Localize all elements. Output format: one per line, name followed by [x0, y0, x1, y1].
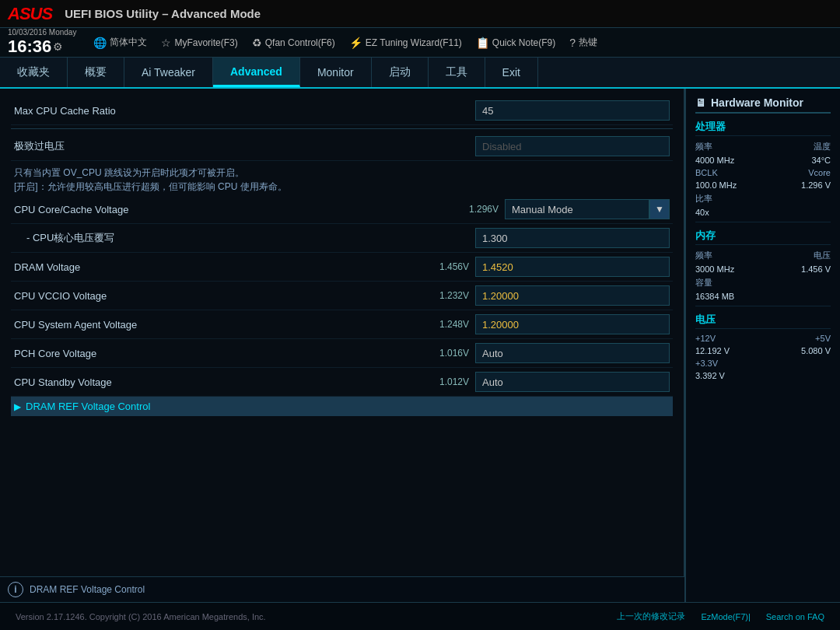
ratio-label: 比率 [695, 193, 712, 205]
v5-value: 5.080 V [801, 346, 831, 355]
lightning-icon: ⚡ [349, 37, 362, 49]
cpu-standby-voltage-row[interactable]: CPU Standby Voltage 1.012V [11, 368, 673, 397]
tab-boot[interactable]: 启动 [372, 58, 429, 87]
language-icon: 🌐 [93, 37, 107, 49]
v33-header: +3.3V [695, 359, 831, 368]
cpu-system-agent-voltage-label: CPU System Agent Voltage [14, 319, 430, 331]
tab-monitor[interactable]: Monitor [300, 58, 372, 87]
myfavorite-button[interactable]: ☆ MyFavorite(F3) [161, 37, 237, 49]
extreme-voltage-row[interactable]: 极致过电压 [11, 132, 673, 161]
hotkeys-button[interactable]: ? 热键 [569, 36, 597, 49]
v12-label: +12V [695, 334, 716, 343]
hw-divider-1 [695, 222, 831, 222]
cpu-core-voltage-override-row[interactable]: - CPU核心电压覆写 [11, 224, 673, 253]
language-selector[interactable]: 🌐 简体中文 [93, 36, 147, 49]
tab-advanced[interactable]: Advanced [213, 58, 300, 87]
extreme-voltage-label: 极致过电压 [14, 139, 475, 153]
hardware-monitor-title: 🖥 Hardware Monitor [695, 96, 831, 114]
expand-arrow-icon: ▶ [14, 401, 21, 412]
cpu-core-voltage-override-input[interactable] [475, 228, 670, 248]
tab-overview[interactable]: 概要 [68, 58, 124, 87]
cpu-core-voltage-override-label: - CPU核心电压覆写 [26, 231, 430, 245]
cpu-core-voltage-dropdown-input[interactable] [505, 199, 649, 219]
tab-exit[interactable]: Exit [485, 58, 538, 87]
mem-voltage-value: 1.456 V [801, 264, 831, 274]
cpu-vccio-voltage-row[interactable]: CPU VCCIO Voltage 1.232V [11, 282, 673, 310]
cpu-vccio-voltage-input[interactable] [475, 285, 670, 306]
last-change-link[interactable]: 上一次的修改记录 [617, 611, 685, 622]
footer: Version 2.17.1246. Copyright (C) 2016 Am… [0, 602, 840, 630]
note-icon: 📋 [476, 37, 489, 49]
cpu-standby-voltage-input[interactable] [475, 372, 670, 392]
cpu-core-voltage-dropdown-wrap: ▼ [505, 199, 670, 219]
mem-freq-voltage-values: 3000 MHz 1.456 V [695, 264, 831, 274]
bclk-vcore-header: BCLK Vcore [695, 168, 831, 177]
fan-icon: ♻ [252, 37, 262, 49]
quick-note-button[interactable]: 📋 Quick Note(F9) [476, 37, 555, 49]
ezmode-link[interactable]: EzMode(F7)| [701, 612, 750, 621]
cpu-temp-value: 34°C [811, 156, 831, 165]
v12-value: 12.192 V [695, 346, 730, 355]
ez-tuning-button[interactable]: ⚡ EZ Tuning Wizard(F11) [349, 37, 462, 49]
quick-note-label: Quick Note(F9) [492, 37, 555, 48]
cpu-system-agent-voltage-current: 1.248V [430, 319, 469, 330]
cpu-freq-temp-values: 4000 MHz 34°C [695, 156, 831, 165]
cpu-system-agent-voltage-row[interactable]: CPU System Agent Voltage 1.248V [11, 310, 673, 339]
tab-favorites[interactable]: 收藏夹 [0, 58, 68, 87]
cpu-ratio-header: 比率 [695, 193, 831, 205]
pch-core-voltage-row[interactable]: PCH Core Voltage 1.016V [11, 339, 673, 368]
mem-capacity-header: 容量 [695, 277, 831, 289]
dram-ref-voltage-row[interactable]: ▶ DRAM REF Voltage Control [11, 397, 673, 416]
vcore-value: 1.296 V [801, 180, 831, 190]
datetime: 10/03/2016 Monday 16:36 ⚙ [8, 28, 76, 57]
mem-freq-label: 频率 [695, 250, 712, 261]
mem-capacity-value-text: 16384 MB [695, 292, 734, 301]
mem-capacity-value: 16384 MB [695, 292, 831, 301]
date-display: 10/03/2016 Monday [8, 28, 76, 37]
processor-section-title: 处理器 [695, 120, 831, 136]
dram-ref-voltage-label: DRAM REF Voltage Control [26, 401, 150, 412]
tab-tools[interactable]: 工具 [429, 58, 485, 87]
pch-core-voltage-input[interactable] [475, 343, 670, 363]
v5-label: +5V [815, 334, 831, 343]
dram-voltage-row[interactable]: DRAM Voltage 1.456V [11, 253, 673, 282]
bclk-value: 100.0 MHz [695, 180, 737, 190]
info-line-2: [开启]：允许使用较高电压进行超频，但可能影响 CPU 使用寿命。 [14, 180, 670, 194]
hardware-monitor-panel: 🖥 Hardware Monitor 处理器 频率 温度 4000 MHz 34… [684, 89, 840, 602]
info-panel: i DRAM REF Voltage Control [0, 576, 684, 602]
qfan-button[interactable]: ♻ Qfan Control(F6) [252, 37, 335, 49]
help-icon: ? [569, 37, 576, 49]
ez-tuning-label: EZ Tuning Wizard(F11) [366, 37, 462, 48]
cpu-vccio-voltage-current: 1.232V [430, 290, 469, 301]
max-cpu-cache-ratio-input[interactable] [475, 100, 670, 121]
memory-section-title: 内存 [695, 229, 831, 245]
navigation-tabs: 收藏夹 概要 Ai Tweaker Advanced Monitor 启动 工具… [0, 58, 840, 89]
cpu-vccio-voltage-label: CPU VCCIO Voltage [14, 290, 430, 302]
cpu-system-agent-voltage-input[interactable] [475, 314, 670, 334]
dram-voltage-input[interactable] [475, 257, 670, 277]
pch-core-voltage-current: 1.016V [430, 348, 469, 359]
settings-icon[interactable]: ⚙ [53, 40, 63, 53]
mem-freq-voltage-header: 频率 电压 [695, 250, 831, 261]
max-cpu-cache-ratio-row[interactable]: Max CPU Cache Ratio [11, 96, 673, 125]
cpu-core-cache-voltage-row[interactable]: CPU Core/Cache Voltage 1.296V ▼ [11, 195, 673, 224]
search-faq-link[interactable]: Search on FAQ [766, 612, 824, 621]
tab-ai-tweaker[interactable]: Ai Tweaker [124, 58, 213, 87]
time-row: 16:36 ⚙ [8, 37, 63, 57]
hw-divider-2 [695, 306, 831, 306]
hotkeys-label: 热键 [579, 36, 597, 49]
cpu-freq-value: 4000 MHz [695, 156, 734, 165]
version-text: Version 2.17.1246. Copyright (C) 2016 Am… [16, 612, 266, 621]
bclk-label: BCLK [695, 168, 718, 177]
v33-value: 3.392 V [695, 371, 725, 380]
star-icon: ☆ [161, 37, 171, 49]
v33-label: +3.3V [695, 359, 718, 368]
time-display: 16:36 [8, 37, 51, 57]
ratio-value: 40x [695, 208, 709, 217]
myfavorite-label: MyFavorite(F3) [174, 37, 237, 48]
extreme-voltage-input [475, 136, 670, 156]
mem-capacity-label: 容量 [695, 277, 712, 289]
dropdown-arrow-icon[interactable]: ▼ [649, 199, 670, 219]
mem-voltage-label: 电压 [814, 250, 831, 261]
max-cpu-cache-ratio-label: Max CPU Cache Ratio [14, 105, 475, 117]
